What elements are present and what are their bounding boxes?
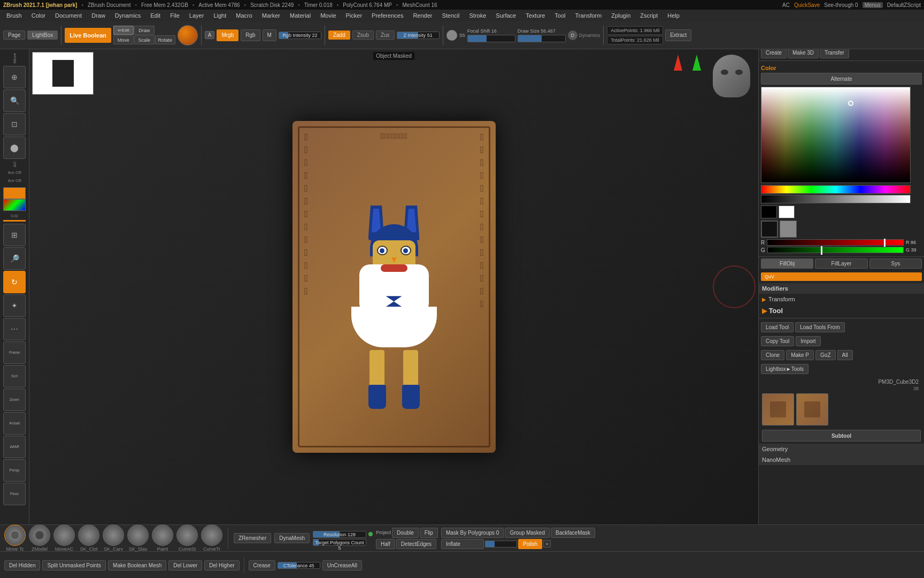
quick-save-btn[interactable]: QuickSave [794,2,820,8]
alt-color-display[interactable] [780,220,797,238]
modifiers-header[interactable]: Modifiers [759,283,924,294]
brush-icon-sk-slas[interactable] [127,524,149,546]
geometry-header[interactable]: Geometry [759,444,924,454]
menu-document[interactable]: Document [51,11,86,20]
brush-curvetr[interactable]: CurveTr [201,524,222,552]
alternate-btn[interactable]: Alternate [761,73,922,85]
swatch-black[interactable] [761,206,777,218]
menu-preferences[interactable]: Preferences [367,11,407,20]
hue-slider[interactable] [761,185,911,194]
target-polygons-slider[interactable]: Target Polygons Count 5 [313,539,366,546]
brush-zmodel[interactable]: ZModel [29,524,50,552]
material-sphere-btn[interactable] [178,25,198,45]
brush-icon-moveac[interactable] [53,524,75,546]
menu-texture[interactable]: Texture [521,11,549,20]
resolution-slider[interactable]: Resolution 128 [313,531,366,538]
left-btn-3[interactable]: ⊡ [3,113,26,135]
zus-btn[interactable]: Zus [376,31,395,40]
head-3d-preview[interactable] [713,55,750,97]
brush-icon-curvetr[interactable] [201,524,222,546]
menu-color[interactable]: Color [27,11,50,20]
menu-zplugin[interactable]: Zplugin [607,11,635,20]
clone-btn[interactable]: Clone [761,350,784,360]
all-frame-btn[interactable]: AAMf [3,436,26,458]
left-btn-1[interactable]: ⊕ [3,66,26,88]
r-slider[interactable] [767,239,904,246]
viewport[interactable]: 𓂀𓃭𓅓𓆏𓇋𓈖𓉐𓊃𓋴𓌨𓍯𓎟𓏏 𓁹𓂋𓃀𓄿𓅱𓆑𓇳𓈗𓉻𓊹𓋹𓌶𓍑𓎡 𓂀𓃭𓅓𓆏𓇋𓈖𓉐𓊃𓋴𓌨 [29,49,758,524]
left-btn-7[interactable]: ✦ [3,294,26,317]
menu-render[interactable]: Render [409,11,436,20]
brush-icon-sk-clot[interactable] [78,524,99,546]
group-masked-btn[interactable]: Group Masked [505,528,550,538]
nanomesh-header[interactable]: NanoMesh [759,454,924,465]
scale-btn[interactable]: Scale [134,35,155,44]
menu-stencil[interactable]: Stencil [437,11,464,20]
m-btn[interactable]: M [263,29,276,41]
z-intensity-slider[interactable]: Z Intensity 51 [397,32,440,39]
see-through[interactable]: See-through 0 [824,2,858,8]
menu-transform[interactable]: Transform [571,11,606,20]
rotate-btn[interactable]: Rotate [155,35,175,44]
menu-brush[interactable]: Brush [2,11,26,20]
rgb-btn[interactable]: Rgb [241,29,260,41]
lightbox-tab[interactable]: LightBox [27,31,58,40]
brush-moveac[interactable]: MoveAC [53,524,75,552]
inflate-slider-btn[interactable]: Inflate [441,539,484,549]
floor-btn[interactable]: Floor [3,483,26,505]
menu-dynamics[interactable]: Dynamics [111,11,145,20]
menu-macro[interactable]: Macro [232,11,257,20]
copy-tool-btn[interactable]: Copy Tool [761,336,794,346]
default-script[interactable]: DefaultZScript [887,2,921,8]
zsub-btn[interactable]: Zsub [352,31,374,40]
menu-file[interactable]: File [166,11,184,20]
left-btn-5[interactable]: ⊞ [3,224,26,246]
mrgb-btn[interactable]: Mrgb [217,29,238,41]
pm3d-thumb-2[interactable] [796,393,828,425]
brush-icon-curvest[interactable] [176,524,198,546]
tool-header[interactable]: ▶ Tool [759,305,924,317]
detect-edges-btn[interactable]: DetectEdges [396,539,436,549]
swatch-white[interactable] [779,206,795,218]
persp-btn[interactable]: Persp [3,459,26,482]
backface-mask-btn[interactable]: BackfaceMask [551,528,595,538]
flip-btn[interactable]: Flip [420,528,438,538]
import-btn[interactable]: Import [796,336,820,346]
edit-btn[interactable]: ✏ Edit [113,26,134,35]
brush-icon-paint[interactable] [152,524,173,546]
subtool-btn[interactable]: Subtool [762,430,921,442]
c-tolerance-slider[interactable]: CTolerance 45 [278,562,320,569]
move-btn[interactable]: Move [113,35,134,44]
polish-toggle[interactable]: × [543,540,551,547]
dynamesh-btn[interactable]: DynaMesh [274,533,310,543]
menu-draw[interactable]: Draw [87,11,110,20]
g-slider[interactable] [767,247,904,253]
d-btn[interactable]: D [568,31,578,40]
menu-help[interactable]: Help [663,11,684,20]
brush-icon-zmodel[interactable] [29,524,50,546]
menu-material[interactable]: Material [286,11,315,20]
menu-picker[interactable]: Picker [342,11,367,20]
left-btn-8[interactable]: ⋯ [3,318,26,340]
brush-icon-sk-carv[interactable] [103,524,124,546]
color-gradient-swatch[interactable] [3,199,26,211]
brush-sk-clot[interactable]: SK_Clot [78,524,99,552]
orientation-gizmo[interactable] [670,55,705,76]
zremesher-btn[interactable]: ZRemesher [234,533,271,543]
canvas-area[interactable]: 𓂀𓃭𓅓𓆏𓇋𓈖𓉐𓊃𓋴𓌨𓍯𓎟𓏏 𓁹𓂋𓃀𓄿𓅱𓆑𓇳𓈗𓉻𓊹𓋹𓌶𓍑𓎡 𓂀𓃭𓅓𓆏𓇋𓈖𓉐𓊃𓋴𓌨 [29,49,758,524]
color-swatch-top[interactable] [3,187,26,199]
menu-movie[interactable]: Movie [316,11,340,20]
quv-btn[interactable]: QuV [761,272,922,281]
brush-sk-carv[interactable]: SK_Carv [103,524,124,552]
menu-zscript[interactable]: Zscript [636,11,662,20]
rotate-left-btn[interactable]: ↻ [3,271,26,293]
menu-marker[interactable]: Marker [258,11,284,20]
left-btn-4[interactable]: ⬤ [3,136,26,159]
page-tab[interactable]: Page [3,31,25,40]
menu-layer[interactable]: Layer [185,11,209,20]
inflate-slider[interactable] [485,541,517,547]
transform-header[interactable]: ▶ Transform [759,294,924,305]
floor-color-display[interactable] [761,220,778,238]
goz-btn[interactable]: GoZ [815,350,835,360]
lightbox-tools-btn[interactable]: Lightbox►Tools [761,364,808,374]
scroll-btn[interactable]: Scrl [3,365,26,387]
